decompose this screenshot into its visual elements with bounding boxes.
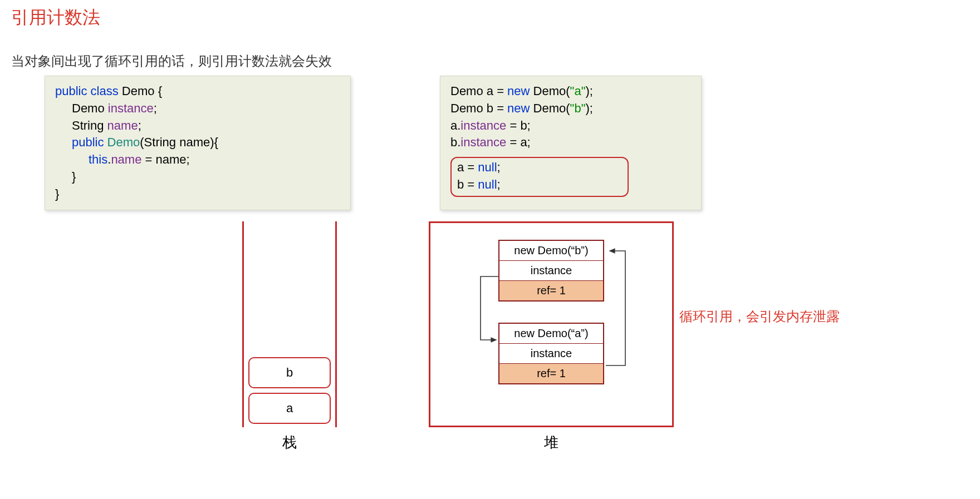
kw: new [507,101,530,115]
code-text: a = [457,160,478,174]
stack-area: b a 栈 [150,221,429,452]
code-text: ; [497,177,501,191]
field: name [107,118,138,132]
stack-container: b a [242,221,337,427]
code-text: ); [585,101,592,115]
ctor: Demo [104,135,140,149]
obj-refcount: ref= 1 [499,364,603,383]
obj-header: new Demo(“a”) [499,324,603,344]
heap-label: 堆 [429,433,674,452]
field: instance [460,118,506,132]
code-text: Demo a = [450,84,507,98]
heap-object-b: new Demo(“b”) instance ref= 1 [498,240,604,302]
kw: new [507,84,530,98]
code-text: b. [450,135,460,149]
code-text: ; [138,118,141,132]
code-text: b = [457,177,478,191]
stack-item-b: b [248,357,331,388]
code-text: Demo b = [450,101,507,115]
code-text: Demo( [530,101,570,115]
code-text: = a; [506,135,530,149]
kw: class [91,84,119,98]
field: name [111,152,141,166]
page-subtitle: 当对象间出现了循环引用的话，则引用计数法就会失效 [11,52,969,70]
kw: null [478,177,497,191]
page-title: 引用计数法 [11,6,969,30]
code-text: Demo( [530,84,570,98]
heap-container: new Demo(“b”) instance ref= 1 new Demo(“… [429,221,674,427]
memory-leak-annotation: 循环引用，会引发内存泄露 [679,308,840,325]
code-box-class-def: public class Demo { Demo instance; Strin… [45,76,351,210]
code-text: Demo [72,101,108,115]
code-box-usage: Demo a = new Demo("a"); Demo b = new Dem… [440,76,702,210]
field: instance [108,101,154,115]
kw: public [72,135,104,149]
code-text: (String name){ [140,135,218,149]
str: "b" [570,101,586,115]
heap-area: new Demo(“b”) instance ref= 1 new Demo(“… [429,221,674,452]
diagram-row: b a 栈 new Demo(“b”) instance ref= 1 [11,221,969,452]
stack-item-a: a [248,393,331,424]
code-text: a. [450,118,460,132]
kw: public [55,84,87,98]
stack-label: 栈 [150,433,429,452]
code-text: Demo { [119,84,162,98]
kw: null [478,160,497,174]
obj-header: new Demo(“b”) [499,241,603,261]
code-text: ; [154,101,157,115]
obj-instance: instance [499,344,603,364]
null-assign-box: a = null; b = null; [450,157,629,197]
code-text: String [72,118,107,132]
str: "a" [570,84,586,98]
code-text: = name; [141,152,189,166]
obj-instance: instance [499,261,603,281]
code-text: ; [497,160,501,174]
code-text: = b; [506,118,530,132]
code-text: } [55,169,340,186]
field: instance [460,135,506,149]
obj-refcount: ref= 1 [499,281,603,300]
kw: this [89,152,107,166]
code-row: public class Demo { Demo instance; Strin… [45,76,969,210]
code-text: ); [585,84,592,98]
heap-object-a: new Demo(“a”) instance ref= 1 [498,323,604,384]
code-text: } [55,186,340,203]
